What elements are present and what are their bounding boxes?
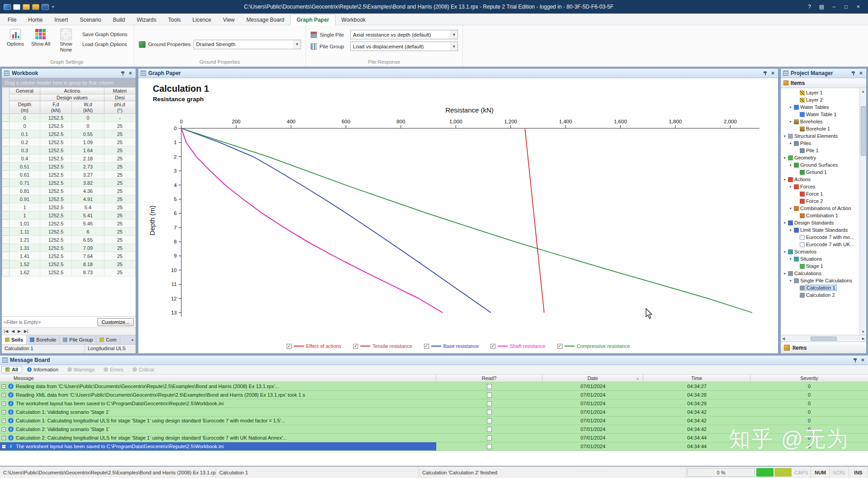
- workbook-cell[interactable]: 0.51: [9, 163, 40, 171]
- tree-item-force-1[interactable]: Force 1: [781, 190, 859, 197]
- message-row[interactable]: +iThe worksheet layout has been saved to…: [0, 399, 868, 408]
- show-none-button[interactable]: Show None: [55, 28, 77, 52]
- tree-item-piles[interactable]: ▾Piles: [781, 140, 859, 147]
- legend-checkbox[interactable]: ✓: [287, 344, 292, 349]
- table-row[interactable]: 1.411252.57.6425: [2, 252, 136, 260]
- table-row[interactable]: 0.911252.54.9125: [2, 195, 136, 203]
- workbook-cell[interactable]: 7.09: [72, 244, 104, 252]
- table-row[interactable]: 0.31252.51.6425: [2, 146, 136, 155]
- tree-item-forces[interactable]: ▾Forces: [781, 183, 859, 190]
- message-row[interactable]: +iThe worksheet layout has been saved to…: [0, 442, 868, 451]
- column-message[interactable]: Message: [0, 375, 436, 382]
- expand-icon[interactable]: +: [2, 427, 6, 431]
- workbook-cell[interactable]: 8.18: [72, 260, 104, 268]
- workbook-cell[interactable]: 0: [9, 122, 40, 130]
- tree-item-stage-1[interactable]: Stage 1: [781, 262, 859, 270]
- collapse-arrow-icon[interactable]: ▾: [783, 250, 787, 254]
- message-cell[interactable]: +iReading data from 'C:\Users\Public\Doc…: [0, 382, 436, 390]
- first-record-icon[interactable]: |◀: [4, 329, 8, 333]
- menu-tab-build[interactable]: Build: [107, 15, 131, 25]
- workbook-cell[interactable]: 1.31: [9, 244, 40, 252]
- message-tab-all[interactable]: All: [1, 366, 22, 373]
- workbook-cell[interactable]: 6: [72, 228, 104, 236]
- menu-tab-file[interactable]: File: [2, 15, 22, 25]
- workbook-cell[interactable]: -: [104, 114, 136, 122]
- menu-tab-tools[interactable]: Tools: [162, 15, 187, 25]
- workbook-cell[interactable]: 1.64: [72, 146, 104, 155]
- message-row[interactable]: +iReading XML data from 'C:\Users\Public…: [0, 391, 868, 399]
- read-checkbox[interactable]: [487, 401, 492, 406]
- collapse-arrow-icon[interactable]: ▾: [788, 141, 793, 145]
- workbook-tab-com[interactable]: Com: [96, 335, 120, 344]
- workbook-tab-pile-group[interactable]: Pile Group: [60, 335, 96, 344]
- workbook-cell[interactable]: 1.01: [9, 220, 40, 228]
- single-pile-select[interactable]: Axial resistance vs depth (default) ▼: [350, 30, 458, 39]
- collapse-arrow-icon[interactable]: ▾: [783, 221, 787, 225]
- tree-item-structural-elements[interactable]: ▾Structural Elements: [781, 132, 859, 140]
- scrollbar-thumb[interactable]: [861, 106, 866, 156]
- workbook-cell[interactable]: 25: [104, 155, 136, 163]
- table-row[interactable]: 01252.5025: [2, 122, 136, 130]
- column-wd[interactable]: W,d(kN): [72, 101, 104, 114]
- column-read[interactable]: Read?: [436, 375, 542, 382]
- workbook-cell[interactable]: 25: [104, 236, 136, 244]
- workbook-cell[interactable]: 25: [104, 179, 136, 187]
- message-cell[interactable]: +iCalculation 1: Validating scenario 'St…: [0, 408, 436, 416]
- message-cell[interactable]: +iCalculation 2: Calculating longitudina…: [0, 434, 436, 442]
- workbook-cell[interactable]: 1252.5: [40, 195, 72, 203]
- table-row[interactable]: 1.521252.58.1825: [2, 260, 136, 268]
- column-severity[interactable]: Severity: [750, 375, 868, 382]
- tree-item-force-2[interactable]: Force 2: [781, 197, 859, 205]
- expand-icon[interactable]: +: [2, 436, 6, 440]
- save-file-icon[interactable]: [42, 4, 49, 10]
- next-record-icon[interactable]: ▶: [18, 329, 21, 333]
- header-actions[interactable]: Actions: [40, 88, 104, 94]
- menu-tab-licence[interactable]: Licence: [187, 15, 217, 25]
- tree-item-scenarios[interactable]: ▾Scenarios: [781, 248, 859, 255]
- close-panel-icon[interactable]: ×: [858, 70, 864, 76]
- tree-item-ground-surfaces[interactable]: ▾Ground Surfaces: [781, 161, 859, 169]
- scrollbar-thumb[interactable]: [811, 337, 837, 341]
- table-row[interactable]: 1.011252.55.4525: [2, 220, 136, 228]
- workbook-cell[interactable]: 25: [104, 252, 136, 260]
- workbook-cell[interactable]: 1252.5: [40, 179, 72, 187]
- column-fd[interactable]: F,d(kN): [40, 101, 72, 114]
- open-file-icon[interactable]: [23, 4, 30, 10]
- workbook-cell[interactable]: 5.4: [72, 203, 104, 211]
- collapse-arrow-icon[interactable]: ▾: [783, 178, 787, 182]
- workbook-cell[interactable]: 1252.5: [40, 244, 72, 252]
- tree-item-water-table-1[interactable]: Water Table 1: [781, 111, 859, 118]
- column-phid[interactable]: phi,d(°): [104, 101, 136, 114]
- workbook-cell[interactable]: 1252.5: [40, 187, 72, 195]
- workbook-cell[interactable]: 1.41: [9, 252, 40, 260]
- column-date[interactable]: Date▲: [542, 375, 643, 382]
- expand-icon[interactable]: +: [2, 445, 6, 449]
- load-graph-options-button[interactable]: Load Graph Options: [80, 41, 129, 48]
- menu-tab-workbook[interactable]: Workbook: [335, 15, 372, 25]
- workbook-cell[interactable]: 25: [104, 228, 136, 236]
- collapse-arrow-icon[interactable]: ▾: [788, 228, 793, 232]
- vertical-scrollbar[interactable]: ▲ ▼: [859, 88, 866, 335]
- message-tab-errors[interactable]: Errors: [99, 366, 127, 373]
- message-row[interactable]: +iReading data from 'C:\Users\Public\Doc…: [0, 382, 868, 391]
- workbook-cell[interactable]: 1252.5: [40, 220, 72, 228]
- workbook-cell[interactable]: 25: [104, 220, 136, 228]
- workbook-cell[interactable]: 25: [104, 122, 136, 130]
- menu-tab-scenario[interactable]: Scenario: [74, 15, 107, 25]
- group-by-hint[interactable]: Drag a column header here to group by th…: [2, 78, 136, 87]
- message-row[interactable]: +iCalculation 2: Validating scenario 'St…: [0, 425, 868, 434]
- table-row[interactable]: 0.611252.53.2725: [2, 171, 136, 179]
- legend-checkbox[interactable]: ✓: [557, 344, 562, 349]
- table-row[interactable]: 11252.55.4125: [2, 211, 136, 220]
- workbook-cell[interactable]: 4.91: [72, 195, 104, 203]
- help-button[interactable]: ?: [803, 2, 816, 11]
- workbook-tab-borehole[interactable]: Borehole: [27, 335, 60, 344]
- collapse-arrow-icon[interactable]: ▾: [783, 156, 787, 160]
- table-row[interactable]: 11252.55.425: [2, 203, 136, 211]
- tree-item-pile-1[interactable]: Pile 1: [781, 147, 859, 154]
- workbook-cell[interactable]: 0.55: [72, 130, 104, 138]
- maximize-button[interactable]: □: [840, 2, 852, 11]
- message-cell[interactable]: +iThe worksheet layout has been saved to…: [0, 399, 436, 408]
- header-design-values[interactable]: Design values: [40, 94, 104, 101]
- collapse-arrow-icon[interactable]: ▾: [788, 185, 793, 189]
